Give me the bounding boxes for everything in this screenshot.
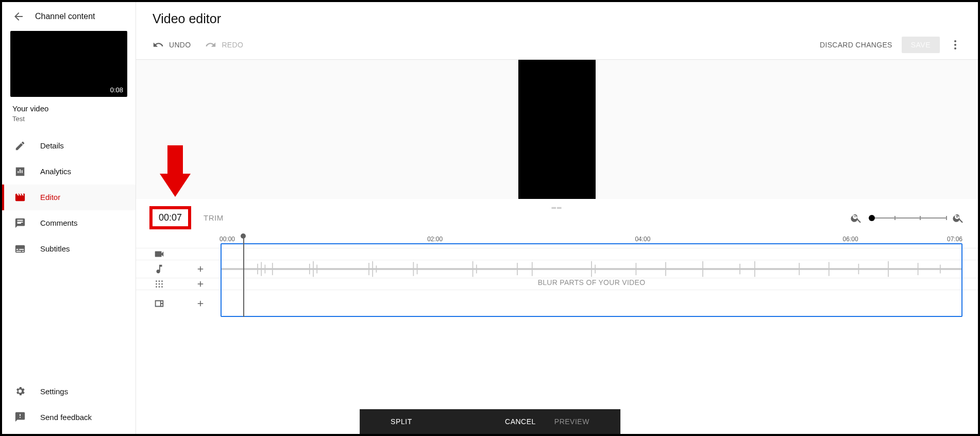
playhead-line[interactable] xyxy=(243,236,244,317)
subtitles-icon xyxy=(14,243,26,255)
channel-content-label: Channel content xyxy=(35,12,95,21)
sidebar-item-feedback[interactable]: Send feedback xyxy=(2,404,136,430)
analytics-icon xyxy=(14,166,26,177)
svg-point-33 xyxy=(156,280,157,282)
sidebar-item-editor[interactable]: Editor xyxy=(2,185,136,210)
preview-button[interactable]: PREVIEW xyxy=(554,417,589,426)
undo-icon xyxy=(153,39,164,51)
blur-icon xyxy=(154,278,165,290)
svg-point-0 xyxy=(954,40,956,42)
zoom-slider[interactable] xyxy=(869,217,946,219)
audio-track[interactable] xyxy=(221,260,962,278)
video-track-row xyxy=(136,248,978,260)
svg-point-1 xyxy=(954,44,956,46)
ruler-tick: 06:00 xyxy=(843,236,858,243)
redo-icon xyxy=(205,39,216,51)
split-button[interactable]: SPLIT xyxy=(391,417,412,426)
pencil-icon xyxy=(14,140,26,152)
video-preview-area xyxy=(136,60,978,199)
gear-icon xyxy=(14,385,26,397)
svg-point-34 xyxy=(159,280,160,282)
timeline-ruler[interactable]: 00:00 02:00 04:00 06:00 07:06 xyxy=(221,234,962,248)
blur-track[interactable]: BLUR PARTS OF YOUR VIDEO xyxy=(221,278,962,287)
clapperboard-icon xyxy=(14,192,26,203)
save-button: SAVE xyxy=(902,37,940,53)
zoom-in-icon[interactable] xyxy=(952,212,965,224)
sidebar-item-details[interactable]: Details xyxy=(2,133,136,159)
page-title: Video editor xyxy=(153,11,961,26)
add-blur-icon[interactable] xyxy=(196,279,205,289)
end-screen-icon xyxy=(154,298,165,309)
blur-track-label: BLUR PARTS OF YOUR VIDEO xyxy=(538,278,646,287)
timecode-input[interactable]: 00:07 xyxy=(149,206,191,229)
svg-point-38 xyxy=(161,283,163,285)
redo-label: REDO xyxy=(222,41,243,49)
audio-track-row xyxy=(136,260,978,278)
sidebar-item-settings[interactable]: Settings xyxy=(2,378,136,404)
music-note-icon xyxy=(154,263,165,275)
undo-label: UNDO xyxy=(169,41,191,49)
sidebar-item-analytics[interactable]: Analytics xyxy=(2,159,136,185)
sidebar-item-label: Editor xyxy=(40,193,60,202)
sidebar-item-label: Subtitles xyxy=(40,244,70,253)
ruler-tick: 02:00 xyxy=(427,236,443,243)
waveform-icon xyxy=(221,260,962,278)
svg-point-2 xyxy=(954,47,956,49)
back-arrow-icon[interactable] xyxy=(12,10,25,23)
main: Video editor UNDO REDO DISCARD CHANGES S… xyxy=(136,2,978,434)
svg-point-35 xyxy=(161,280,163,282)
ruler-tick: 00:00 xyxy=(219,236,235,243)
sidebar-item-subtitles[interactable]: Subtitles xyxy=(2,236,136,262)
svg-point-37 xyxy=(159,283,160,285)
zoom-out-icon[interactable] xyxy=(850,212,863,224)
sidebar-item-comments[interactable]: Comments xyxy=(2,210,136,236)
feedback-icon xyxy=(14,411,26,423)
end-screen-track-row xyxy=(136,290,978,317)
blur-track-row: BLUR PARTS OF YOUR VIDEO xyxy=(136,278,978,290)
video-track-icon xyxy=(154,248,165,260)
sidebar-item-label: Settings xyxy=(40,387,68,396)
video-preview-frame[interactable] xyxy=(518,60,596,199)
add-audio-icon[interactable] xyxy=(196,264,205,274)
redo-button[interactable]: REDO xyxy=(205,39,243,51)
svg-point-41 xyxy=(161,286,163,288)
trim-action-bar: SPLIT CANCEL PREVIEW xyxy=(360,409,620,434)
svg-point-40 xyxy=(159,286,160,288)
svg-point-39 xyxy=(156,286,157,288)
trim-label: TRIM xyxy=(204,213,224,222)
more-vert-icon[interactable] xyxy=(949,39,961,51)
sidebar-item-label: Analytics xyxy=(40,167,71,176)
undo-button[interactable]: UNDO xyxy=(153,39,191,51)
thumbnail-duration: 0:08 xyxy=(110,86,123,94)
sidebar-item-label: Send feedback xyxy=(40,413,92,422)
cancel-button[interactable]: CANCEL xyxy=(505,417,536,426)
your-video-label: Your video xyxy=(12,104,125,113)
end-screen-track[interactable] xyxy=(221,290,962,317)
sidebar-item-label: Comments xyxy=(40,219,78,227)
video-title: Test xyxy=(12,115,125,123)
svg-point-36 xyxy=(156,283,157,285)
ruler-tick: 04:00 xyxy=(635,236,650,243)
ruler-tick: 07:06 xyxy=(947,236,962,243)
sidebar-item-label: Details xyxy=(40,141,64,150)
video-thumbnail[interactable]: 0:08 xyxy=(10,31,127,97)
add-end-screen-icon[interactable] xyxy=(196,299,205,308)
sidebar: Channel content 0:08 Your video Test Det… xyxy=(2,2,136,434)
drag-handle-icon[interactable]: ══ xyxy=(551,204,562,211)
comments-icon xyxy=(14,217,26,229)
discard-changes-button[interactable]: DISCARD CHANGES xyxy=(820,41,892,49)
